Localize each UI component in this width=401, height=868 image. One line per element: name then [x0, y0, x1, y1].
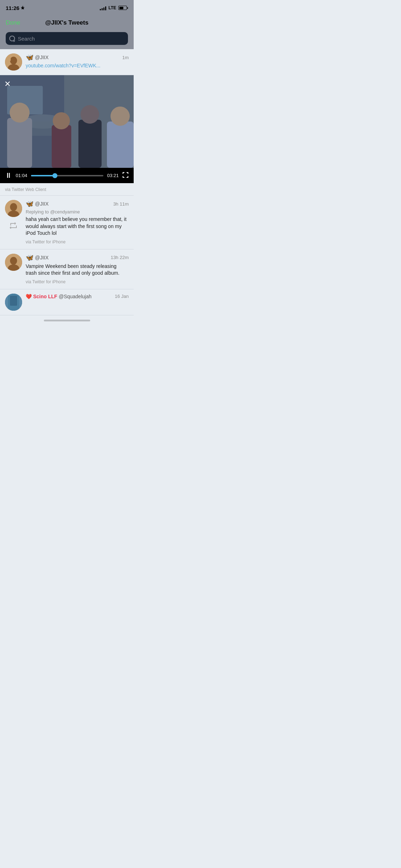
handle-row: ❤️ Scino LLF @Squadelujah [26, 294, 92, 299]
fullscreen-icon [122, 172, 129, 178]
svg-point-23 [10, 257, 17, 265]
tweet-handle: @JIIX [35, 255, 48, 260]
via-text: via Twitter for iPhone [26, 279, 66, 284]
butterfly-icon: 🦋 [26, 254, 34, 262]
current-time: 01:04 [16, 173, 27, 178]
via-text: via Twitter for iPhone [26, 239, 66, 244]
retweet-svg [10, 222, 17, 229]
tweet-time: 3h 11m [113, 201, 129, 207]
tweet-time: 13h 22m [110, 255, 129, 260]
signal-icon [100, 5, 106, 10]
svg-rect-27 [10, 296, 17, 306]
tweet-header: 🦋 @JIIX 3h 11m [26, 200, 129, 208]
tweet-item: 🦋 @JIIX 1m youtube.com/watch?v=EVfEWK... [0, 49, 134, 75]
home-indicator [0, 315, 134, 324]
page-title: @JIIX's Tweets [45, 19, 88, 26]
svg-rect-17 [107, 122, 134, 168]
home-bar [44, 320, 90, 321]
video-player: ✕ [0, 75, 134, 183]
location-icon [21, 6, 25, 10]
svg-point-12 [10, 103, 30, 123]
battery-icon [118, 6, 128, 10]
video-controls: ⏸ 01:04 03:21 [0, 168, 134, 183]
search-bar[interactable]: Search [6, 32, 128, 45]
svg-rect-13 [52, 125, 71, 168]
via-bar: via Twitter Web Client [0, 183, 134, 196]
status-bar: 11:26 LTE [0, 0, 134, 16]
svg-rect-4 [8, 54, 11, 61]
svg-point-14 [53, 112, 70, 129]
tweet-time: 16 Jan [115, 294, 129, 299]
total-time: 03:21 [107, 173, 119, 178]
progress-fill [31, 175, 55, 176]
tweet-handle: @Squadelujah [59, 294, 92, 299]
pause-button[interactable]: ⏸ [5, 171, 12, 180]
avatar [5, 53, 22, 71]
butterfly-icon: 🦋 [26, 200, 34, 208]
tweet-handle: @JIIX [35, 55, 48, 60]
status-time: 11:26 [6, 5, 25, 11]
tweet-time: 1m [122, 55, 129, 60]
tweet-content: 🦋 @JIIX 1m youtube.com/watch?v=EVfEWK... [26, 53, 129, 71]
fullscreen-button[interactable] [122, 172, 129, 179]
avatar [5, 254, 22, 271]
avatar [5, 294, 22, 311]
time-label: 11:26 [6, 5, 19, 11]
search-placeholder: Search [18, 36, 35, 42]
tweet-item: 🦋 @JIIX 13h 22m Vampire Weekend been ste… [0, 249, 134, 289]
svg-rect-11 [7, 118, 32, 168]
svg-point-16 [81, 105, 99, 124]
avatar [5, 200, 22, 217]
via-text: via Twitter Web Client [5, 187, 46, 192]
done-button[interactable]: Done [6, 19, 20, 26]
svg-rect-15 [78, 120, 102, 168]
svg-point-18 [110, 107, 130, 126]
tweet-header: 🦋 @JIIX 1m [26, 53, 129, 61]
tweet-text: Vampire Weekend been steady releasing tr… [26, 263, 129, 277]
tweet-handle: @JIIX [35, 201, 48, 207]
avatar-image [5, 294, 22, 311]
status-icons: LTE [100, 5, 128, 10]
tweet-header: ❤️ Scino LLF @Squadelujah 16 Jan [26, 294, 129, 299]
avatar-image [5, 254, 22, 271]
handle-row: 🦋 @JIIX [26, 254, 48, 262]
video-scene [0, 75, 134, 168]
avatar-image [5, 53, 22, 71]
tweet-link[interactable]: youtube.com/watch?v=EVfEWK... [26, 63, 129, 68]
video-frame [0, 75, 134, 168]
tweet-content: 🦋 @JIIX 13h 22m Vampire Weekend been ste… [26, 254, 129, 285]
tweet-content: ❤️ Scino LLF @Squadelujah 16 Jan [26, 294, 129, 311]
tweet-header: 🦋 @JIIX 13h 22m [26, 254, 129, 262]
tweet-text: haha yeah can't believe you remember tha… [26, 216, 129, 237]
handle-row: 🦋 @JIIX [26, 53, 48, 61]
tweet-content: 🦋 @JIIX 3h 11m Replying to @cendyamine h… [26, 200, 129, 245]
heart-icon: ❤️ [26, 294, 32, 299]
lte-label: LTE [108, 5, 116, 10]
search-container: Search [0, 32, 134, 49]
search-icon [9, 36, 15, 41]
svg-point-20 [10, 203, 17, 211]
tweet-item: ❤️ Scino LLF @Squadelujah 16 Jan [0, 289, 134, 315]
progress-bar[interactable] [31, 175, 104, 176]
reply-to: Replying to @cendyamine [26, 209, 129, 215]
close-button[interactable]: ✕ [4, 79, 11, 89]
avatar-image [5, 200, 22, 217]
svg-point-2 [10, 57, 17, 64]
nav-bar: Done @JIIX's Tweets [0, 16, 134, 32]
progress-dot [52, 173, 57, 178]
tweet-name: Scino LLF [33, 294, 57, 299]
tweet-item: 🦋 @JIIX 3h 11m Replying to @cendyamine h… [0, 196, 134, 249]
retweet-icon [7, 219, 20, 232]
handle-row: 🦋 @JIIX [26, 200, 48, 208]
butterfly-icon: 🦋 [26, 53, 34, 61]
